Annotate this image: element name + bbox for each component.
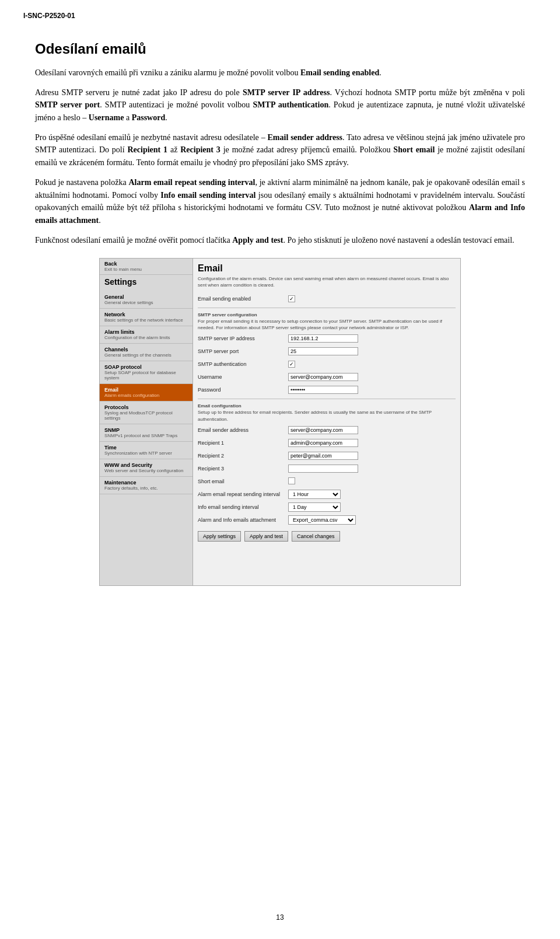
sidebar-item-snmp-title: SNMP (104, 427, 188, 433)
sidebar-item-time[interactable]: Time Synchronization with NTP server (100, 442, 192, 459)
sidebar-item-maintenance-title: Maintenance (104, 480, 188, 486)
paragraph-3: Pro úspěšné odesílaní emailů je nezbytné… (35, 131, 525, 169)
info-interval-select[interactable]: 1 Day 2 Days 7 Days (288, 502, 341, 512)
email-sending-label: Email sending enabled (198, 296, 288, 302)
email-sender-row: Email sender address (198, 425, 456, 435)
apply-settings-button[interactable]: Apply settings (198, 531, 241, 542)
recipient1-label: Recipient 1 (198, 440, 288, 446)
sidebar-item-channels[interactable]: Channels General settings of the channel… (100, 344, 192, 361)
alarm-repeat-label: Alarm email repeat sending interval (198, 491, 288, 497)
alarm-repeat-value: 1 Hour 2 Hours 6 Hours 12 Hours 24 Hours (288, 490, 456, 499)
sidebar: Back Exit to main menu Settings General … (100, 259, 193, 585)
sidebar-item-alarm-limits[interactable]: Alarm limits Configuration of the alarm … (100, 326, 192, 344)
smtp-port-input[interactable] (288, 347, 358, 355)
info-interval-row: Info email sending interval 1 Day 2 Days… (198, 502, 456, 512)
sidebar-item-alarm-limits-desc: Configuration of the alarm limits (104, 335, 188, 340)
recipient2-value (288, 452, 456, 460)
recipient1-input[interactable] (288, 439, 358, 447)
paragraph-2: Adresu SMTP serveru je nutné zadat jako … (35, 86, 525, 124)
sidebar-item-channels-title: Channels (104, 347, 188, 352)
sidebar-back[interactable]: Back Exit to main menu (100, 259, 192, 275)
sidebar-item-general-title: General (104, 294, 188, 300)
sidebar-item-email-title: Email (104, 387, 188, 393)
smtp-auth-checkbox[interactable] (288, 361, 295, 368)
email-sender-label: Email sender address (198, 427, 288, 433)
sidebar-item-alarm-limits-title: Alarm limits (104, 329, 188, 335)
sidebar-item-www-security-title: WWW and Security (104, 462, 188, 468)
smtp-port-label: SMTP server port (198, 348, 288, 354)
sidebar-item-time-desc: Synchronization with NTP server (104, 451, 188, 456)
sidebar-item-general-desc: General device settings (104, 300, 188, 305)
smtp-ip-row: SMTP server IP address (198, 333, 456, 344)
username-label: Username (198, 374, 288, 380)
info-interval-label: Info email sending interval (198, 504, 288, 510)
back-label: Back (104, 261, 188, 267)
short-email-row: Short email (198, 476, 456, 487)
smtp-port-value (288, 347, 456, 355)
paragraph-1: Odesílaní varovných emailů při vzniku a … (35, 67, 525, 79)
sidebar-item-protocols[interactable]: Protocols Syslog and ModbusTCP protocol … (100, 402, 192, 424)
email-sender-input[interactable] (288, 426, 358, 434)
cancel-changes-button[interactable]: Cancel changes (292, 531, 340, 542)
sidebar-item-maintenance[interactable]: Maintenance Factory defaults, info, etc. (100, 477, 192, 494)
sidebar-item-www-security[interactable]: WWW and Security Web server and Security… (100, 459, 192, 477)
smtp-auth-value (288, 361, 456, 368)
recipient3-value (288, 465, 456, 473)
recipient2-input[interactable] (288, 452, 358, 460)
sidebar-item-network[interactable]: Network Basic settings of the network in… (100, 309, 192, 326)
short-email-checkbox[interactable] (288, 477, 295, 484)
smtp-auth-row: SMTP authentication (198, 359, 456, 369)
sidebar-item-time-title: Time (104, 445, 188, 451)
sidebar-item-snmp[interactable]: SNMP SNMPv1 protocol and SNMP Traps (100, 424, 192, 442)
header-id: I-SNC-P2520-01 (23, 12, 75, 20)
alarm-repeat-select[interactable]: 1 Hour 2 Hours 6 Hours 12 Hours 24 Hours (288, 490, 341, 499)
separator-2 (198, 399, 456, 399)
main-content: Email Configuration of the alarm emails.… (193, 259, 460, 585)
recipient1-row: Recipient 1 (198, 438, 456, 448)
short-email-label: Short email (198, 479, 288, 484)
content-header: Email Configuration of the alarm emails.… (198, 263, 456, 288)
sidebar-item-email-desc: Alarm emails configuration (104, 393, 188, 398)
sidebar-item-www-security-desc: Web server and Security configuration (104, 468, 188, 473)
paragraph-5: Funkčnost odesílaní emailů je možné ověř… (35, 234, 525, 247)
sidebar-item-soap-title: SOAP protocol (104, 364, 188, 370)
email-sender-value (288, 426, 456, 434)
apply-test-button[interactable]: Apply and test (244, 531, 288, 542)
smtp-ip-label: SMTP server IP address (198, 336, 288, 341)
sidebar-item-soap[interactable]: SOAP protocol Setup SOAP protocol for da… (100, 361, 192, 384)
buttons-row: Apply settings Apply and test Cancel cha… (198, 531, 456, 542)
username-input[interactable] (288, 373, 358, 381)
sidebar-item-channels-desc: General settings of the channels (104, 352, 188, 358)
password-value (288, 386, 456, 394)
email-section-desc: Email configuration Setup up to three ad… (198, 403, 456, 423)
smtp-port-row: SMTP server port (198, 346, 456, 357)
recipient3-input[interactable] (288, 465, 358, 473)
page-number: 13 (276, 913, 284, 921)
sidebar-item-general[interactable]: General General device settings (100, 291, 192, 309)
sidebar-item-protocols-title: Protocols (104, 404, 188, 410)
settings-main-label: Settings (100, 275, 192, 291)
page-title: Odesílaní emailů (35, 41, 525, 57)
sidebar-item-email[interactable]: Email Alarm emails configuration (100, 384, 192, 402)
content-title: Email (198, 263, 456, 274)
smtp-ip-value (288, 334, 456, 343)
page: I-SNC-P2520-01 Odesílaní emailů Odesílan… (0, 0, 560, 939)
password-input[interactable] (288, 386, 358, 394)
username-row: Username (198, 372, 456, 382)
password-label: Password (198, 387, 288, 393)
sidebar-item-snmp-desc: SNMPv1 protocol and SNMP Traps (104, 433, 188, 438)
attachment-label: Alarm and Info emails attachment (198, 517, 288, 523)
sidebar-item-maintenance-desc: Factory defaults, info, etc. (104, 486, 188, 491)
back-sub-label: Exit to main menu (104, 267, 188, 272)
content-desc: Configuration of the alarm emails. Devic… (198, 275, 456, 288)
attachment-value: Export_comma.csv Export_semicolon.csv (288, 515, 456, 525)
email-sending-checkbox[interactable] (288, 295, 295, 302)
email-sending-value (288, 295, 456, 302)
recipient1-value (288, 439, 456, 447)
password-row: Password (198, 385, 456, 395)
smtp-ip-input[interactable] (288, 334, 358, 343)
recipient2-row: Recipient 2 (198, 451, 456, 461)
recipient2-label: Recipient 2 (198, 453, 288, 459)
recipient3-label: Recipient 3 (198, 466, 288, 472)
attachment-select[interactable]: Export_comma.csv Export_semicolon.csv (288, 515, 356, 525)
